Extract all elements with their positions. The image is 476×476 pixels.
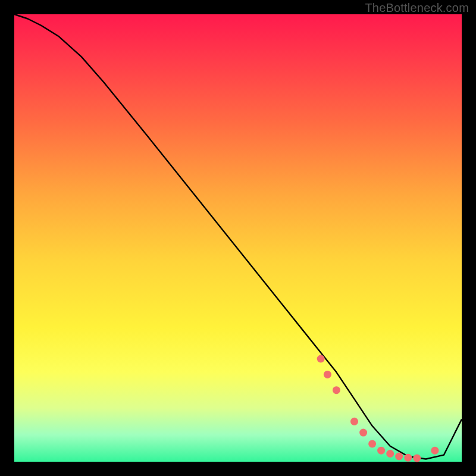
watermark-text: TheBottleneck.com bbox=[365, 1, 469, 15]
highlight-dot bbox=[359, 429, 367, 437]
chart-svg bbox=[14, 14, 462, 462]
highlight-dot bbox=[350, 418, 358, 425]
highlight-dot bbox=[404, 454, 412, 462]
highlight-dot bbox=[333, 386, 340, 394]
highlight-dot bbox=[395, 453, 403, 461]
highlight-dot bbox=[386, 450, 394, 458]
highlight-dot bbox=[377, 447, 385, 455]
bottleneck-curve bbox=[14, 14, 462, 459]
highlight-dot bbox=[431, 447, 439, 455]
highlight-dot bbox=[317, 355, 325, 363]
highlight-dot bbox=[324, 371, 331, 378]
plot-area bbox=[14, 14, 462, 462]
highlight-dot bbox=[368, 440, 376, 447]
highlight-dot bbox=[413, 455, 421, 462]
